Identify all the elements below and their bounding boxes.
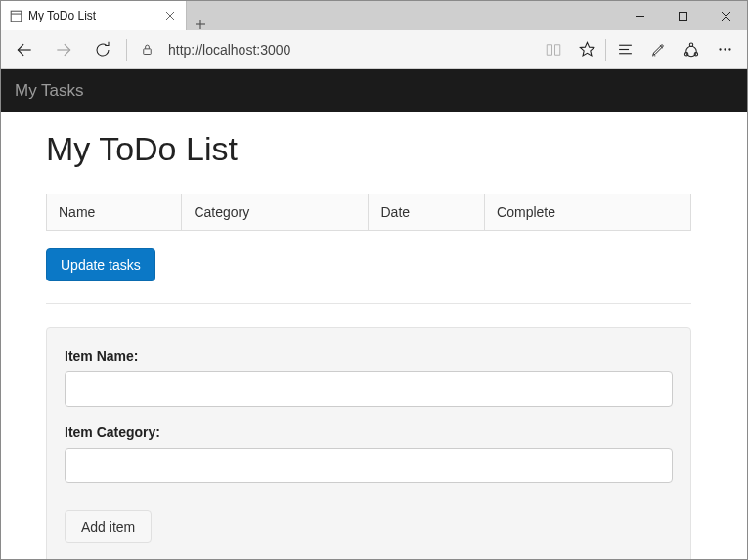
item-category-input[interactable] [65,448,673,483]
window-title-bar: My ToDo List [1,1,747,30]
tab-close-button[interactable] [162,8,178,23]
col-name: Name [47,194,182,231]
more-icon[interactable] [708,32,741,67]
col-date: Date [369,194,485,231]
reading-view-icon[interactable] [537,32,570,67]
app-brand[interactable]: My Tasks [15,81,84,100]
add-item-panel: Item Name: Item Category: Add item [46,327,691,559]
item-name-label: Item Name: [65,348,673,364]
browser-tab-active[interactable]: My ToDo List [1,1,187,30]
window-controls [618,1,747,30]
svg-rect-12 [143,49,151,55]
svg-marker-13 [580,42,594,56]
forward-button[interactable] [46,32,81,67]
browser-toolbar: http://localhost:3000 [1,30,747,69]
toolbar-right [537,32,741,67]
svg-point-25 [728,48,730,50]
tasks-table: Name Category Date Complete [46,194,691,231]
svg-rect-7 [679,12,686,20]
hub-icon[interactable] [608,32,641,67]
add-item-button[interactable]: Add item [65,510,152,543]
page-icon [9,9,22,22]
toolbar-separator-2 [605,39,606,61]
item-category-label: Item Category: [65,424,673,440]
maximize-button[interactable] [661,1,704,30]
item-name-input[interactable] [65,371,673,407]
col-category: Category [182,194,369,231]
lock-icon[interactable] [133,32,160,67]
refresh-button[interactable] [85,32,120,67]
svg-point-24 [724,48,726,50]
address-bar[interactable]: http://localhost:3000 [164,42,533,58]
share-icon[interactable] [675,32,708,67]
favorite-star-icon[interactable] [570,32,603,67]
table-header-row: Name Category Date Complete [47,194,691,231]
close-window-button[interactable] [704,1,747,30]
svg-rect-0 [11,11,22,22]
svg-point-23 [719,48,721,50]
notes-icon[interactable] [641,32,675,67]
back-button[interactable] [7,32,42,67]
update-tasks-button[interactable]: Update tasks [46,248,155,281]
page-title: My ToDo List [46,130,702,168]
main-container: My ToDo List Name Category Date Complete… [1,112,747,559]
app-navbar: My Tasks [1,69,747,112]
divider [46,303,691,304]
url-text: http://localhost:3000 [168,42,290,58]
toolbar-separator [126,39,127,61]
minimize-button[interactable] [618,1,661,30]
svg-point-20 [689,43,692,46]
tab-strip: My ToDo List [1,1,618,30]
tab-title: My ToDo List [28,9,156,22]
new-tab-button[interactable] [187,19,214,30]
col-complete: Complete [485,194,691,231]
page-viewport: My Tasks My ToDo List Name Category Date… [1,69,747,559]
